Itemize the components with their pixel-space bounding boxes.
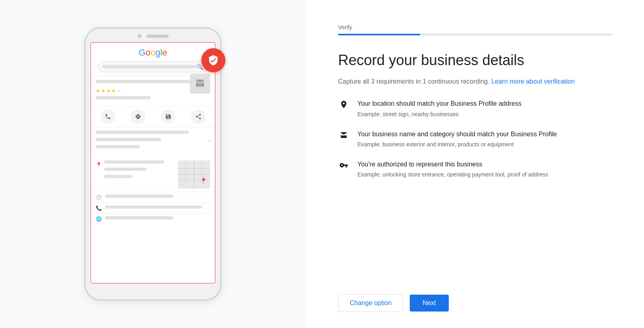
save-icon-circle <box>161 109 175 124</box>
location-icon-small: 📍 <box>96 162 102 168</box>
business-image <box>190 74 210 94</box>
web-icon: 🌐 <box>96 216 102 222</box>
req-content-1: Your location should match your Business… <box>357 99 522 118</box>
phone-top-bar <box>86 29 220 42</box>
map-image: 📍 <box>178 160 210 189</box>
info-line-a <box>96 131 189 134</box>
store-req-icon <box>338 131 349 142</box>
map-thumbnail: 📍 <box>178 160 210 189</box>
change-option-button[interactable]: Change option <box>338 294 403 312</box>
hours-line <box>105 195 173 198</box>
phone-phone-row: 📞 <box>91 203 215 214</box>
store-icon <box>194 78 206 90</box>
map-line-1 <box>104 160 164 164</box>
phone-search-bar: 🔍 <box>97 61 208 72</box>
req-title-3: You're authorized to represent this busi… <box>357 160 548 169</box>
phone-info-section: › <box>91 127 215 157</box>
map-text-col <box>104 160 175 180</box>
call-icon-circle <box>101 109 115 124</box>
phone-map-section: 📍 <box>91 157 215 192</box>
shield-badge <box>201 48 225 72</box>
business-type-line <box>96 96 151 99</box>
buttons-section: Change option Next <box>338 278 612 312</box>
phone-number-line <box>105 205 202 209</box>
phone-camera <box>138 34 142 38</box>
phone-web-row: 🌐 <box>91 214 215 224</box>
progress-label: Verify <box>338 24 612 31</box>
phone-hours-row: 🕐 <box>91 192 215 203</box>
business-name-line <box>96 80 193 83</box>
requirement-item-3: You're authorized to represent this busi… <box>338 160 612 179</box>
map-line-3 <box>104 175 132 178</box>
next-button[interactable]: Next <box>410 295 449 312</box>
phone-container: Google 🔍 ★ <box>85 27 221 301</box>
phone-screen: Google 🔍 ★ <box>91 42 215 283</box>
right-panel: Verify Record your business details Capt… <box>306 0 644 328</box>
left-panel: Google 🔍 ★ <box>0 0 306 328</box>
stars-row: ★ ★ ★ ★ ★ <box>96 88 187 94</box>
website-line <box>105 216 173 219</box>
share-icon <box>195 113 202 120</box>
phone-business-card: ★ ★ ★ ★ ★ <box>91 76 215 106</box>
location-req-icon <box>338 100 349 111</box>
stars: ★ ★ ★ ★ ★ <box>96 88 121 94</box>
chevron-icon: › <box>208 138 210 144</box>
info-line-b <box>96 138 161 141</box>
directions-icon <box>135 113 141 120</box>
key-req-icon <box>338 161 349 172</box>
directions-icon-circle <box>131 109 145 124</box>
phone-action-icons <box>91 106 215 127</box>
req-example-3: Example: unlocking store entrance, opera… <box>357 170 548 179</box>
phone-speaker <box>147 35 169 38</box>
description-text: Capture all 3 requirements in 1 continuo… <box>338 77 612 86</box>
progress-bar-fill <box>338 34 420 35</box>
google-logo: Google <box>97 47 208 58</box>
learn-more-link[interactable]: Learn more about verification <box>491 78 575 85</box>
share-icon-circle <box>191 109 206 124</box>
svg-text:📍: 📍 <box>200 178 207 184</box>
save-icon <box>165 113 171 120</box>
req-example-2: Example: business exterior and interior,… <box>357 140 557 149</box>
requirement-item-2: Your business name and category should m… <box>338 130 612 149</box>
requirement-item-1: Your location should match your Business… <box>338 99 612 118</box>
req-title-1: Your location should match your Business… <box>357 99 522 108</box>
req-title-2: Your business name and category should m… <box>357 130 557 139</box>
progress-bar-container <box>338 34 612 35</box>
map-line-2 <box>104 168 147 171</box>
info-line-c <box>96 145 140 148</box>
requirements-list: Your location should match your Business… <box>338 99 612 179</box>
req-example-1: Example: street sign, nearby businesses <box>357 110 522 119</box>
info-lines-1 <box>96 131 205 151</box>
call-icon <box>105 113 111 120</box>
page-title: Record your business details <box>338 51 612 69</box>
hours-icon: 🕐 <box>96 195 102 200</box>
info-row-1: › <box>96 131 210 151</box>
phone-shell: Google 🔍 ★ <box>85 27 221 301</box>
phone-google-header: Google 🔍 <box>91 43 215 76</box>
progress-section: Verify <box>338 24 612 35</box>
shield-icon <box>208 55 219 66</box>
search-line <box>103 65 196 68</box>
req-content-3: You're authorized to represent this busi… <box>357 160 548 179</box>
req-content-2: Your business name and category should m… <box>357 130 557 149</box>
phone-icon: 📞 <box>96 205 102 211</box>
content-section: Record your business details Capture all… <box>338 51 612 278</box>
